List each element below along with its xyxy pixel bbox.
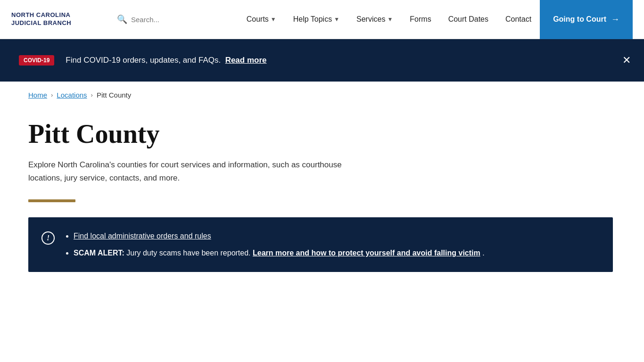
scam-alert-suffix: .	[482, 249, 484, 257]
list-item: SCAM ALERT: Jury duty scams have been re…	[74, 247, 596, 259]
logo-line1: NORTH CAROLINA	[11, 11, 106, 19]
chevron-down-icon: ▼	[387, 16, 393, 23]
info-icon: !	[41, 231, 55, 245]
admin-orders-link[interactable]: Find local administrative orders and rul…	[74, 232, 211, 240]
scam-alert-text: Jury duty scams have been reported.	[126, 249, 253, 257]
covid-badge: COVID-19	[19, 55, 54, 66]
breadcrumb-home[interactable]: Home	[28, 91, 47, 99]
nav-item-courts[interactable]: Courts ▼	[238, 0, 285, 39]
arrow-icon: →	[611, 15, 619, 25]
nav-item-court-dates[interactable]: Court Dates	[440, 0, 497, 39]
breadcrumb-sep-1: ›	[51, 91, 53, 99]
logo-line2: JUDICIAL BRANCH	[11, 19, 106, 27]
going-to-court-label: Going to Court	[553, 15, 606, 24]
search-input[interactable]	[131, 16, 206, 24]
page-title: Pitt County	[28, 119, 616, 149]
chevron-down-icon: ▼	[334, 16, 339, 23]
chevron-down-icon: ▼	[271, 16, 276, 23]
site-header: NORTH CAROLINA JUDICIAL BRANCH 🔍 Courts …	[0, 0, 644, 39]
page-subtitle: Explore North Carolina's counties for co…	[28, 158, 377, 184]
list-item: Find local administrative orders and rul…	[74, 230, 596, 242]
nav-item-forms[interactable]: Forms	[401, 0, 439, 39]
divider-bar	[28, 199, 75, 202]
breadcrumb-current: Pitt County	[97, 91, 131, 99]
logo[interactable]: NORTH CAROLINA JUDICIAL BRANCH	[11, 11, 106, 27]
info-box: ! Find local administrative orders and r…	[28, 217, 613, 272]
breadcrumb-locations[interactable]: Locations	[57, 91, 87, 99]
alert-banner: COVID-19 Find COVID-19 orders, updates, …	[0, 39, 644, 82]
search-icon[interactable]: 🔍	[117, 14, 127, 25]
info-list: Find local administrative orders and rul…	[64, 230, 596, 259]
nav-item-help-topics[interactable]: Help Topics ▼	[285, 0, 348, 39]
info-content: Find local administrative orders and rul…	[64, 230, 596, 259]
nav-item-services[interactable]: Services ▼	[348, 0, 401, 39]
main-nav: Courts ▼ Help Topics ▼ Services ▼ Forms …	[238, 0, 633, 39]
search-area: 🔍	[117, 14, 206, 25]
going-to-court-button[interactable]: Going to Court →	[540, 0, 633, 39]
close-button[interactable]: ✕	[622, 55, 631, 66]
scam-alert-bold: SCAM ALERT:	[74, 249, 124, 257]
alert-read-more-link[interactable]: Read more	[225, 56, 267, 65]
main-content: Pitt County Explore North Carolina's cou…	[0, 104, 644, 291]
alert-text: Find COVID-19 orders, updates, and FAQs.…	[66, 56, 266, 65]
nav-item-contact[interactable]: Contact	[497, 0, 540, 39]
breadcrumb-sep-2: ›	[91, 91, 93, 99]
breadcrumb: Home › Locations › Pitt County	[0, 82, 644, 104]
scam-alert-link[interactable]: Learn more and how to protect yourself a…	[253, 249, 480, 257]
